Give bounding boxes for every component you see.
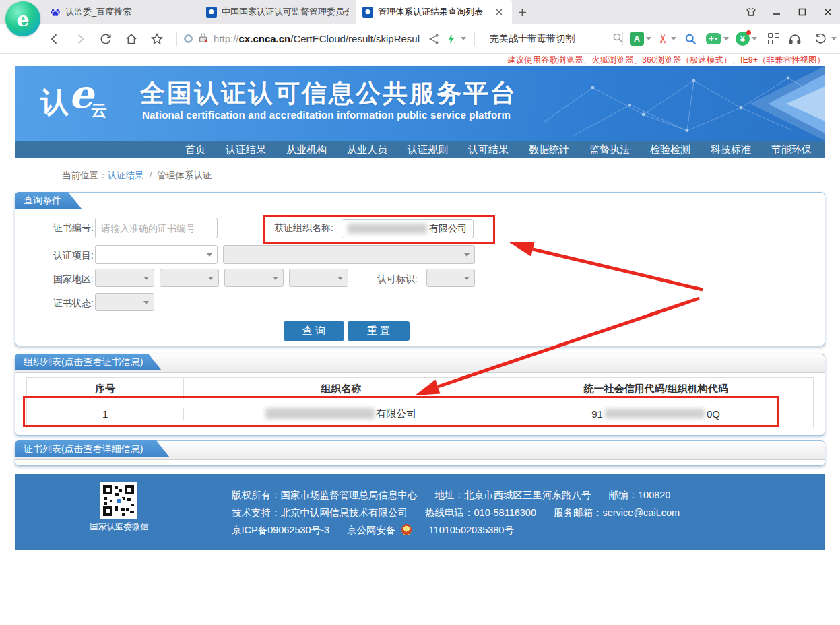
cert-project-select-2[interactable]: [223, 245, 475, 264]
browser-logo[interactable]: e: [5, 1, 40, 36]
nav-item-inspection[interactable]: 检验检测: [650, 143, 690, 156]
minimize-button[interactable]: [771, 7, 782, 18]
chevron-down-icon[interactable]: [831, 37, 837, 40]
col-header-org-name: 组织名称: [184, 378, 498, 399]
row-org-name[interactable]: 有限公司: [184, 407, 498, 420]
org-name-label: 获证组织名称:: [274, 222, 333, 234]
row-index: 1: [27, 408, 184, 420]
chevron-down-icon[interactable]: [671, 37, 676, 40]
page-find-icon[interactable]: [683, 32, 698, 46]
toolbar-divider: [176, 32, 177, 46]
chevron-down-icon[interactable]: [752, 37, 757, 40]
org-name-input[interactable]: 有限公司: [342, 219, 474, 238]
site-logo: 认e云: [40, 75, 110, 121]
region-select-4[interactable]: [289, 269, 348, 287]
organization-table: 序号 组织名称 统一社会信用代码/组织机构代码 1 有限公司 91 0Q: [26, 377, 814, 428]
window-controls: [746, 0, 836, 24]
cert-status-select[interactable]: [95, 293, 154, 311]
scissors-glyph: ✂: [656, 34, 670, 44]
row-org-name-suffix: 有限公司: [376, 407, 416, 420]
insecure-lock-icon: [197, 32, 209, 46]
nav-item-agencies[interactable]: 从业机构: [286, 143, 327, 156]
browser-tab-baidu[interactable]: 认监委_百度搜索: [43, 0, 199, 24]
nav-item-energy[interactable]: 节能环保: [771, 143, 812, 156]
search-button[interactable]: 查 询: [284, 321, 344, 341]
chevron-down-icon[interactable]: [461, 37, 466, 40]
cert-project-select-1[interactable]: [95, 245, 218, 264]
support-text: 技术支持：北京中认网信息技术有限公司: [232, 507, 408, 518]
query-panel-tab: 查询条件: [15, 192, 82, 209]
headphones-support-icon[interactable]: [787, 32, 802, 46]
footer-line-3: 京ICP备09062530号-3京公网安备11010502035380号: [232, 524, 531, 537]
nav-item-cert-rules[interactable]: 认证规则: [408, 143, 448, 156]
nav-item-supervision[interactable]: 监督执法: [589, 143, 630, 156]
games-icon[interactable]: [706, 33, 721, 44]
bookmark-star-icon[interactable]: [150, 32, 164, 46]
refresh-icon[interactable]: [98, 32, 113, 46]
chevron-down-icon[interactable]: [723, 37, 729, 40]
police-record-label: 京公网安备: [347, 525, 396, 535]
skin-theme-icon[interactable]: [746, 7, 756, 18]
breadcrumb-current: 管理体系认证: [157, 170, 212, 180]
site-banner: 认e云 全国认证认可信息公共服务平台 National certificatio…: [15, 66, 825, 141]
police-emblem-icon: [401, 524, 412, 535]
close-window-button[interactable]: [822, 7, 833, 18]
site-footer: 国家认监委微信 版权所有：国家市场监督管理总局信息中心地址：北京市西城区三里河东…: [15, 474, 825, 550]
page-content: 建议使用谷歌浏览器、火狐浏览器、360浏览器（极速模式）、IE9+（非兼容性视图…: [0, 55, 840, 625]
cert-no-input[interactable]: [95, 218, 218, 238]
url-scheme: http://: [214, 33, 239, 44]
browser-tab-cnca[interactable]: 中国国家认证认可监督管理委员会: [199, 0, 356, 24]
breadcrumb-link-cert-results[interactable]: 认证结果: [108, 170, 144, 180]
accreditation-mark-select[interactable]: [426, 269, 475, 287]
browser-toolbar: http://cx.cnca.cn/CertECloud/result/skip…: [0, 24, 840, 54]
wallet-icon[interactable]: ¥: [736, 32, 750, 46]
nav-item-statistics[interactable]: 数据统计: [529, 143, 569, 156]
country-region-label: 国家地区:: [53, 273, 94, 286]
nav-item-home[interactable]: 首页: [185, 143, 205, 156]
wechat-qr-code: [100, 482, 137, 519]
translate-icon[interactable]: A: [630, 32, 644, 46]
org-name-suffix: 有限公司: [429, 223, 467, 235]
nav-item-personnel[interactable]: 从业人员: [347, 143, 387, 156]
logo-char-e: e: [69, 71, 94, 117]
toolbar-divider: [622, 32, 623, 46]
certificate-list-panel: 证书列表(点击查看详细信息): [15, 440, 825, 466]
nav-item-accreditation[interactable]: 认可结果: [468, 143, 509, 156]
apps-grid-icon[interactable]: [768, 33, 779, 45]
cert-project-label: 认证项目:: [53, 250, 94, 262]
scissors-icon[interactable]: ✂: [655, 34, 671, 44]
translate-glyph: A: [634, 34, 640, 44]
region-select-2[interactable]: [160, 269, 219, 287]
undo-history-icon[interactable]: [813, 32, 828, 46]
region-select-3[interactable]: [224, 269, 284, 287]
hotline-text: 热线电话：010-58116300: [425, 507, 536, 518]
maximize-button[interactable]: [797, 7, 808, 18]
browser-tab-active-query-list[interactable]: 管理体系认证结果查询列表: [356, 0, 512, 24]
chevron-down-icon[interactable]: [646, 37, 651, 40]
site-title: 全国认证认可信息公共服务平台: [140, 77, 517, 110]
org-table-row[interactable]: 1 有限公司 91 0Q: [27, 399, 813, 428]
speed-bolt-icon[interactable]: [444, 32, 459, 46]
new-tab-button[interactable]: [512, 0, 532, 24]
forward-icon[interactable]: [73, 32, 88, 46]
nav-item-cert-results[interactable]: 认证结果: [226, 143, 266, 156]
address-bar[interactable]: http://cx.cnca.cn/CertECloud/result/skip…: [184, 32, 420, 46]
region-select-1[interactable]: [95, 269, 154, 287]
back-icon[interactable]: [47, 32, 62, 46]
reader-mode-icon[interactable]: [184, 34, 193, 43]
search-input[interactable]: [490, 34, 612, 44]
cert-panel-tab: 证书列表(点击查看详细信息): [15, 440, 170, 457]
site-subtitle: National certification and accreditation…: [142, 109, 511, 121]
browser-tab-bar: e 认监委_百度搜索 中国国家认证认可监督管理委员会 管理体系认证结果查询列表: [0, 0, 840, 24]
search-box[interactable]: [490, 32, 621, 46]
share-icon[interactable]: [426, 32, 441, 46]
row-credit-code: 91 0Q: [498, 408, 813, 420]
browser-suggestion-notice: 建议使用谷歌浏览器、火狐浏览器、360浏览器（极速模式）、IE9+（非兼容性视图…: [15, 55, 825, 65]
reset-button[interactable]: 重 置: [348, 321, 410, 341]
tab-title: 认监委_百度搜索: [65, 6, 193, 18]
zip-text: 邮编：100820: [609, 490, 671, 500]
tab-close-icon[interactable]: [493, 6, 505, 18]
cert-status-label: 证书状态:: [53, 298, 94, 310]
nav-item-tech-standards[interactable]: 科技标准: [711, 143, 751, 156]
home-icon[interactable]: [124, 32, 139, 46]
